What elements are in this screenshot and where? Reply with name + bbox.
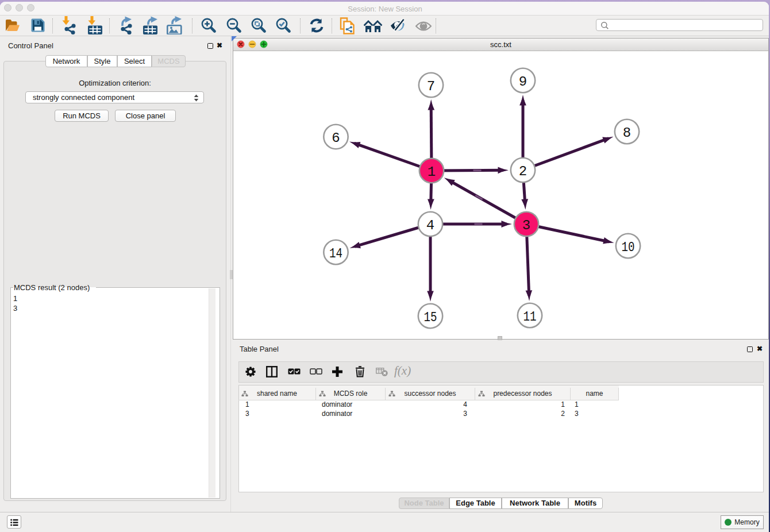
svg-text:9: 9: [519, 74, 527, 90]
svg-text:7: 7: [427, 79, 435, 94]
svg-text:4: 4: [426, 218, 434, 233]
svg-text:8: 8: [623, 125, 631, 141]
svg-text:2: 2: [519, 164, 527, 179]
svg-text:6: 6: [332, 130, 340, 146]
svg-text:10: 10: [622, 240, 635, 255]
svg-text:15: 15: [424, 310, 437, 325]
svg-text:14: 14: [329, 246, 342, 261]
svg-text:1: 1: [428, 164, 436, 180]
svg-text:11: 11: [523, 309, 537, 325]
svg-text:3: 3: [522, 218, 530, 233]
